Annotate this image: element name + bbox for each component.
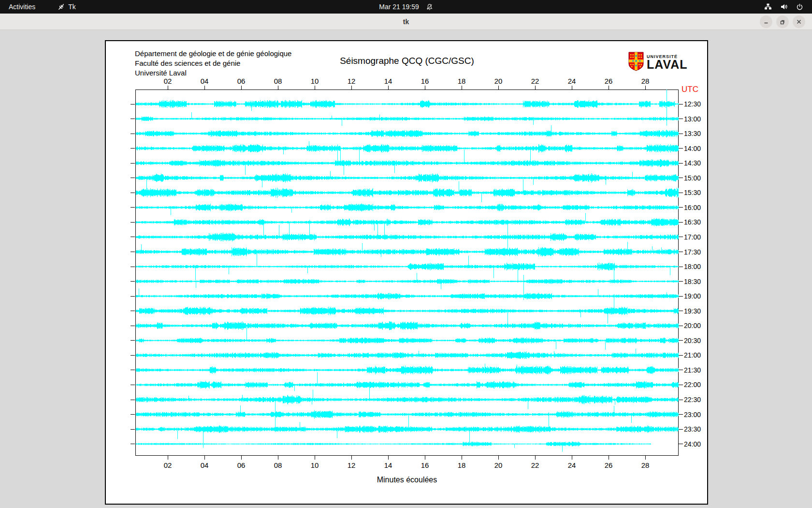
x-tick-label: 14 [380,77,396,85]
x-tick-label: 22 [527,461,543,469]
utc-time-label: 16:00 [684,204,701,211]
power-icon [796,3,803,11]
network-wired-icon [764,3,772,11]
x-tick-mark [168,86,168,90]
activities-button[interactable]: Activities [0,0,44,14]
x-tick-mark [351,456,352,460]
laval-logo-line2: LAVAL [647,59,688,70]
x-tick-mark [241,456,242,460]
x-tick-mark [425,456,425,460]
close-button[interactable] [793,15,805,28]
y-tick-mark-right [679,104,683,105]
x-tick-mark [572,456,572,460]
y-tick-mark-right [679,252,683,252]
x-tick-label: 10 [306,77,323,85]
y-tick-mark-right [679,385,683,385]
focused-app-indicator[interactable]: Tk [58,0,76,14]
x-tick-label: 16 [417,77,433,85]
utc-time-label: 12:30 [684,101,701,107]
x-tick-label: 06 [233,77,249,85]
x-tick-mark [168,456,168,460]
y-tick-mark-right [679,163,683,164]
y-tick-mark-left [130,311,135,311]
x-tick-label: 08 [270,77,286,85]
window-titlebar[interactable]: tk [0,14,812,30]
x-tick-label: 04 [196,77,213,85]
y-tick-mark-right [679,134,683,134]
y-tick-mark-right [679,429,683,430]
x-tick-label: 26 [600,77,617,85]
clock-menu[interactable]: Mar 21 19:59 [379,0,433,14]
top-bar-left: Activities Tk [0,0,76,14]
maximize-button[interactable] [776,15,789,28]
x-tick-label: 12 [343,77,360,85]
laval-shield-icon [628,52,644,73]
x-tick-label: 02 [160,461,176,469]
y-tick-mark-right [679,281,683,282]
y-tick-mark-right [679,207,683,208]
y-tick-mark-left [130,444,135,444]
x-tick-label: 28 [637,461,653,469]
x-tick-mark [535,456,536,460]
x-tick-mark [645,456,646,460]
utc-axis-title: UTC [682,85,698,94]
x-axis-title: Minutes écoulées [135,476,679,484]
figure-title: Séismographe QCQ (CGC/GSC) [135,56,679,66]
universite-laval-logo: UNIVERSITÉ LAVAL [628,52,688,73]
y-tick-mark-right [679,222,683,223]
utc-time-label: 19:30 [684,308,701,314]
x-tick-mark [315,86,315,90]
utc-time-label: 20:00 [684,322,701,329]
y-tick-mark-left [130,252,135,252]
utc-time-label: 17:30 [684,249,701,255]
x-tick-label: 18 [453,77,470,85]
x-tick-mark [425,86,425,90]
y-tick-mark-left [130,370,135,370]
y-tick-mark-right [679,119,683,119]
y-tick-mark-left [130,400,135,400]
x-tick-label: 08 [270,461,286,469]
x-tick-mark [351,86,352,90]
utc-time-label: 22:30 [684,396,701,403]
utc-time-label: 23:30 [684,426,701,433]
y-tick-mark-left [130,429,135,430]
system-status-area[interactable] [764,0,812,14]
y-tick-mark-left [130,119,135,119]
x-tick-label: 22 [527,77,543,85]
y-tick-mark-left [130,178,135,178]
y-tick-mark-right [679,267,683,267]
x-tick-mark [388,86,389,90]
volume-icon [780,3,788,11]
y-tick-mark-right [679,326,683,326]
utc-time-label: 23:00 [684,411,701,418]
x-tick-mark [278,86,278,90]
x-tick-label: 06 [233,461,249,469]
y-tick-mark-left [130,326,135,326]
x-tick-mark [278,456,278,460]
utc-time-label: 13:00 [684,116,701,122]
x-tick-mark [498,456,499,460]
x-tick-label: 18 [453,461,470,469]
x-tick-mark [609,86,609,90]
x-tick-mark [609,456,609,460]
x-tick-label: 24 [564,77,580,85]
x-tick-mark [572,86,572,90]
x-tick-mark [388,456,389,460]
utc-time-label: 24:00 [684,441,701,448]
utc-time-label: 18:00 [684,263,701,270]
y-tick-mark-left [130,163,135,164]
utc-time-label: 16:30 [684,219,701,225]
utc-time-label: 21:30 [684,367,701,374]
y-tick-mark-right [679,400,683,400]
utc-time-label: 15:30 [684,189,701,196]
window-title: tk [0,14,812,30]
minimize-button[interactable] [760,15,772,28]
seismograph-figure: Département de géologie et de génie géol… [105,40,708,505]
utc-time-label: 14:00 [684,145,701,152]
x-tick-mark [462,86,462,90]
gnome-top-bar: Activities Tk Mar 21 19:59 [0,0,812,14]
y-tick-mark-right [679,370,683,370]
x-tick-mark [204,86,205,90]
y-tick-mark-left [130,207,135,208]
utc-time-label: 17:00 [684,234,701,240]
